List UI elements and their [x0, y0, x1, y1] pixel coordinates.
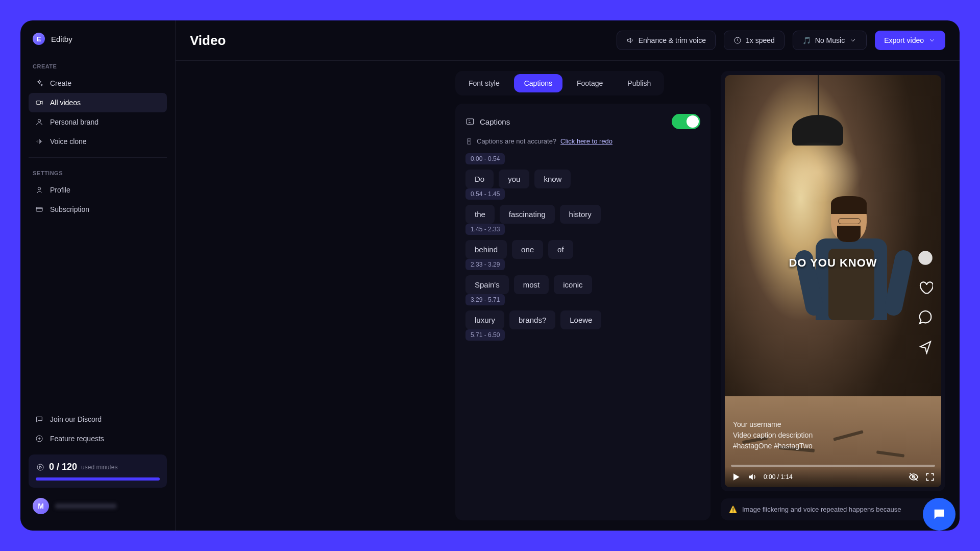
captions-panel: Captions Captions are not accurate? Clic… [455, 104, 710, 520]
word-chip[interactable]: know [534, 170, 571, 188]
nav-profile[interactable]: Profile [29, 180, 167, 200]
word-chip[interactable]: most [514, 275, 549, 294]
redo-row: Captions are not accurate? Click here to… [465, 137, 700, 145]
tab-captions[interactable]: Captions [514, 74, 562, 92]
page-title: Video [190, 33, 226, 49]
editor-column: Font style Captions Footage Publish Capt… [455, 71, 710, 520]
caption-block: 5.71 - 6.50 [465, 329, 700, 341]
chat-bubble-icon [932, 507, 946, 521]
nav-subscription[interactable]: Subscription [29, 200, 167, 219]
video-username: Your username [733, 419, 813, 430]
word-chip[interactable]: behind [465, 240, 507, 259]
nav-create-label: Create [50, 79, 71, 87]
sidebar: E Editby CREATE Create All videos Person… [20, 20, 176, 531]
user-menu[interactable]: M [29, 494, 167, 518]
word-chip[interactable]: you [499, 170, 529, 188]
captions-title: Captions [480, 117, 510, 126]
chevron-down-icon [928, 36, 936, 44]
video-frame[interactable]: DO YOU KNOW Your username Video caption … [725, 75, 941, 487]
user-name-blurred [55, 504, 116, 509]
preview-column: DO YOU KNOW Your username Video caption … [721, 71, 945, 520]
word-chip[interactable]: brands? [509, 310, 555, 329]
comment-icon[interactable] [916, 307, 935, 327]
heart-icon[interactable] [916, 278, 935, 297]
export-button[interactable]: Export video [875, 31, 945, 50]
word-chip[interactable]: iconic [554, 275, 592, 294]
play-circle-icon [36, 463, 45, 472]
tab-footage[interactable]: Footage [567, 74, 613, 92]
profile-bubble-icon[interactable] [916, 248, 935, 268]
word-chip[interactable]: one [512, 240, 543, 259]
main: Video Enhance & trim voice 1x speed 🎵 No… [176, 20, 960, 531]
section-settings-label: SETTINGS [29, 164, 167, 180]
nav-personal-brand-label: Personal brand [50, 118, 99, 126]
time-badge: 0.00 - 0.54 [465, 153, 505, 164]
user-icon [35, 117, 44, 127]
speed-icon [733, 36, 742, 44]
video-meta: Your username Video caption description … [733, 419, 813, 451]
player-controls: 0:00 / 1:14 [725, 467, 941, 487]
chat-fab[interactable] [923, 498, 955, 531]
word-row: thefascinatinghistory [465, 205, 700, 224]
divider [29, 157, 167, 158]
logo[interactable]: E Editby [29, 33, 167, 57]
word-row: behindoneof [465, 240, 700, 259]
lamp-graphic [790, 75, 846, 167]
word-chip[interactable]: Loewe [560, 310, 601, 329]
nav-voice-clone-label: Voice clone [50, 137, 87, 146]
plus-circle-icon [35, 434, 44, 443]
enhance-trim-button[interactable]: Enhance & trim voice [617, 31, 716, 50]
caption-block: 0.54 - 1.45thefascinatinghistory [465, 188, 700, 224]
usage-card: 0 / 120 used minutes [29, 454, 167, 488]
word-chip[interactable]: history [560, 205, 601, 224]
word-chip[interactable]: the [465, 205, 495, 224]
play-icon[interactable] [731, 472, 741, 482]
eye-off-icon[interactable] [909, 472, 919, 482]
svg-rect-0 [36, 101, 41, 105]
chat-icon [35, 415, 44, 424]
time-badge: 5.71 - 6.50 [465, 329, 505, 341]
tab-font-style[interactable]: Font style [458, 74, 510, 92]
header: Video Enhance & trim voice 1x speed 🎵 No… [176, 20, 960, 61]
tab-publish[interactable]: Publish [617, 74, 661, 92]
nav-subscription-label: Subscription [50, 205, 89, 213]
wave-icon [35, 137, 44, 146]
enhance-label: Enhance & trim voice [639, 36, 706, 44]
speed-label: 1x speed [746, 36, 775, 44]
video-hashtags: #hastagOne #hastagTwo [733, 441, 813, 451]
word-chip[interactable]: of [548, 240, 573, 259]
word-chip[interactable]: Do [465, 170, 494, 188]
share-icon[interactable] [916, 337, 935, 356]
cc-icon [465, 117, 475, 126]
volume-icon[interactable] [747, 472, 757, 482]
svg-point-2 [38, 187, 40, 190]
music-button[interactable]: 🎵 No Music [793, 31, 867, 50]
time-badge: 3.29 - 5.71 [465, 294, 505, 305]
usage-progress [36, 477, 160, 481]
fullscreen-icon[interactable] [925, 472, 935, 482]
captions-toggle[interactable] [672, 114, 700, 129]
card-icon [35, 205, 44, 214]
speed-button[interactable]: 1x speed [724, 31, 785, 50]
nav-voice-clone[interactable]: Voice clone [29, 132, 167, 151]
word-chip[interactable]: Spain's [465, 275, 509, 294]
nav-profile-label: Profile [50, 186, 70, 194]
redo-link[interactable]: Click here to redo [560, 137, 612, 145]
word-chip[interactable]: fascinating [500, 205, 555, 224]
usage-value: 0 / 120 [49, 462, 77, 472]
nav-create[interactable]: Create [29, 74, 167, 93]
warning-text: Image flickering and voice repeated happ… [742, 506, 901, 513]
caption-block: 2.33 - 3.29Spain'smosticonic [465, 259, 700, 294]
avatar: M [33, 498, 49, 514]
music-icon: 🎵 [802, 36, 811, 44]
logo-badge: E [33, 33, 45, 45]
warning-card: ⚠️ Image flickering and voice repeated h… [721, 498, 945, 520]
nav-all-videos[interactable]: All videos [29, 93, 167, 112]
nav-feature-requests[interactable]: Feature requests [29, 429, 167, 448]
overlay-icons [916, 248, 935, 356]
nav-personal-brand[interactable]: Personal brand [29, 112, 167, 132]
person-graphic [800, 199, 902, 342]
svg-rect-3 [36, 207, 42, 211]
nav-discord[interactable]: Join our Discord [29, 410, 167, 429]
word-chip[interactable]: luxury [465, 310, 504, 329]
